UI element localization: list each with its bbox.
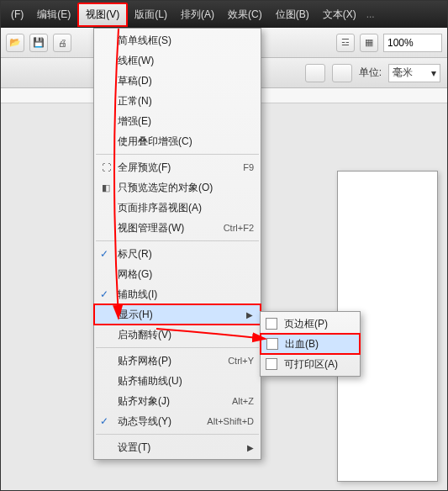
toolbar-btn-image[interactable]: ▦ (360, 34, 378, 52)
toolbar-btn-open[interactable]: 📂 (6, 34, 24, 52)
menu-overflow[interactable]: ... (366, 8, 375, 20)
menu-bitmap[interactable]: 位图(B) (269, 4, 316, 25)
menu-item-preview-selected[interactable]: ◧只预览选定的对象(O) (94, 177, 261, 198)
menu-separator (96, 347, 259, 348)
submenu-arrow-icon: ▶ (246, 310, 253, 319)
menu-item-page-sorter[interactable]: 页面排序器视图(A) (94, 198, 261, 218)
select-icon: ◧ (99, 181, 113, 194)
menu-item-settings[interactable]: 设置(T)▶ (94, 437, 261, 457)
unit-value: 毫米 (393, 66, 413, 80)
menu-item-dynamic-guides[interactable]: ✓动态导线(Y)Alt+Shift+D (94, 411, 261, 431)
menu-bar: (F) 编辑(E) 视图(V) 版面(L) 排列(A) 效果(C) 位图(B) … (1, 1, 447, 28)
page-border-icon (266, 318, 277, 330)
menu-item-wireframe[interactable]: 线框(W) (94, 50, 261, 71)
menu-text[interactable]: 文本(X) (316, 4, 363, 25)
printable-area-icon (266, 358, 277, 370)
menu-item-show[interactable]: 显示(H)▶ (94, 304, 261, 325)
toolbar-btn-save[interactable]: 💾 (29, 34, 48, 52)
menu-item-guidelines[interactable]: ✓辅助线(I) (94, 284, 261, 304)
menu-item-snap-objects[interactable]: 贴齐对象(J)Alt+Z (94, 391, 261, 411)
menu-view[interactable]: 视图(V) (77, 3, 128, 27)
menu-separator (96, 154, 259, 155)
submenu-item-page-border[interactable]: 页边框(P) (261, 314, 360, 334)
fullscreen-icon: ⛶ (99, 161, 113, 174)
submenu-item-bleed[interactable]: 出血(B) (261, 334, 360, 354)
show-submenu: 页边框(P) 出血(B) 可打印区(A) (260, 311, 361, 377)
view-menu-dropdown: 简单线框(S) 线框(W) 草稿(D) 正常(N) 增强(E) 使用叠印增强(C… (93, 28, 261, 460)
bleed-icon (266, 338, 278, 350)
check-icon: ✓ (100, 248, 108, 260)
menu-layout[interactable]: 版面(L) (128, 4, 174, 25)
menu-file[interactable]: (F) (4, 5, 30, 24)
toolbar-btn-options[interactable]: ☲ (336, 34, 355, 52)
unit-label: 单位: (359, 66, 382, 80)
menu-effects[interactable]: 效果(C) (221, 4, 269, 25)
zoom-input[interactable]: 100% (383, 34, 442, 52)
menu-edit[interactable]: 编辑(E) (30, 4, 77, 25)
menu-item-overprint-enhanced[interactable]: 使用叠印增强(C) (94, 131, 261, 151)
menu-item-enable-rollover[interactable]: 启动翻转(V) (94, 325, 261, 345)
menu-arrange[interactable]: 排列(A) (174, 4, 221, 25)
menu-item-grid[interactable]: 网格(G) (94, 264, 261, 284)
menu-item-simple-wireframe[interactable]: 简单线框(S) (94, 30, 261, 50)
toolbar-btn-align[interactable] (305, 64, 325, 82)
toolbar-btn-dims[interactable] (332, 64, 352, 82)
menu-item-snap-grid[interactable]: 贴齐网格(P)Ctrl+Y (94, 351, 261, 371)
menu-item-enhanced[interactable]: 增强(E) (94, 111, 261, 131)
menu-item-snap-guidelines[interactable]: 贴齐辅助线(U) (94, 371, 261, 391)
check-icon: ✓ (100, 288, 108, 300)
menu-item-view-manager[interactable]: 视图管理器(W)Ctrl+F2 (94, 218, 261, 238)
menu-separator (96, 240, 259, 241)
menu-item-draft[interactable]: 草稿(D) (94, 71, 261, 91)
check-icon: ✓ (100, 415, 108, 427)
chevron-down-icon: ▾ (431, 67, 436, 79)
menu-item-rulers[interactable]: ✓标尺(R) (94, 244, 261, 264)
menu-item-fullscreen-preview[interactable]: ⛶全屏预览(F)F9 (94, 157, 261, 177)
submenu-arrow-icon: ▶ (247, 443, 254, 452)
menu-separator (96, 434, 259, 435)
toolbar-btn-print[interactable]: 🖨 (53, 34, 71, 52)
submenu-item-printable-area[interactable]: 可打印区(A) (261, 354, 360, 374)
menu-item-normal[interactable]: 正常(N) (94, 91, 261, 111)
unit-select[interactable]: 毫米 ▾ (388, 64, 440, 82)
